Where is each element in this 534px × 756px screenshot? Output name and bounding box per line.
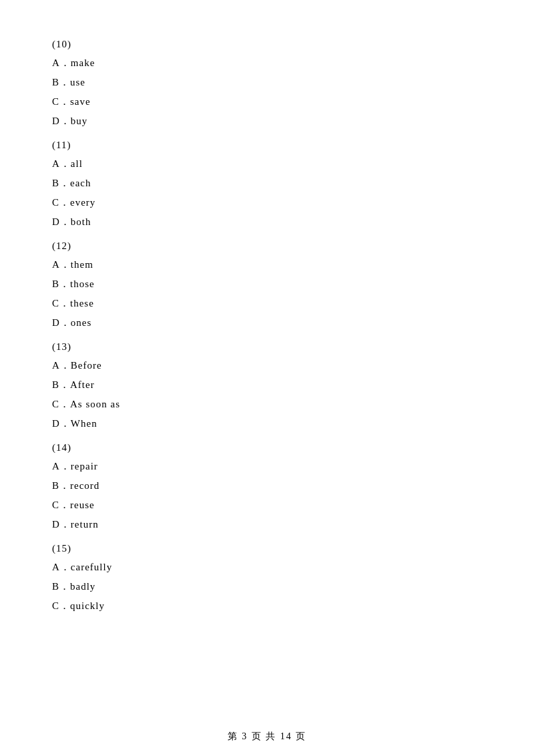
question-4-option-3: D．return bbox=[52, 518, 482, 531]
question-number-1: (11) bbox=[52, 140, 482, 151]
question-3-option-2: C．As soon as bbox=[52, 398, 482, 411]
question-0-option-2: C．save bbox=[52, 96, 482, 108]
question-1-option-1: B．each bbox=[52, 177, 482, 190]
question-0-option-1: B．use bbox=[52, 76, 482, 89]
page-footer: 第 3 页 共 14 页 bbox=[0, 731, 534, 743]
question-number-0: (10) bbox=[52, 39, 482, 50]
question-2-option-1: B．those bbox=[52, 278, 482, 291]
question-number-2: (12) bbox=[52, 240, 482, 252]
question-number-4: (14) bbox=[52, 442, 482, 453]
question-5-option-1: B．badly bbox=[52, 580, 482, 593]
question-3-option-1: B．After bbox=[52, 379, 482, 391]
question-2-option-0: A．them bbox=[52, 258, 482, 271]
question-0-option-0: A．make bbox=[52, 57, 482, 69]
question-5-option-2: C．quickly bbox=[52, 600, 482, 612]
question-4-option-0: A．repair bbox=[52, 460, 482, 473]
question-4-option-2: C．reuse bbox=[52, 499, 482, 512]
question-2-option-3: D．ones bbox=[52, 317, 482, 329]
question-5-option-0: A．carefully bbox=[52, 561, 482, 574]
question-1-option-2: C．every bbox=[52, 196, 482, 209]
question-number-3: (13) bbox=[52, 341, 482, 353]
question-0-option-3: D．buy bbox=[52, 115, 482, 128]
question-1-option-0: A．all bbox=[52, 158, 482, 170]
question-3-option-3: D．When bbox=[52, 417, 482, 430]
question-4-option-1: B．record bbox=[52, 480, 482, 492]
question-number-5: (15) bbox=[52, 543, 482, 554]
question-1-option-3: D．both bbox=[52, 216, 482, 228]
question-3-option-0: A．Before bbox=[52, 359, 482, 372]
question-2-option-2: C．these bbox=[52, 297, 482, 310]
main-content: (10)A．makeB．useC．saveD．buy(11)A．allB．eac… bbox=[0, 0, 534, 659]
